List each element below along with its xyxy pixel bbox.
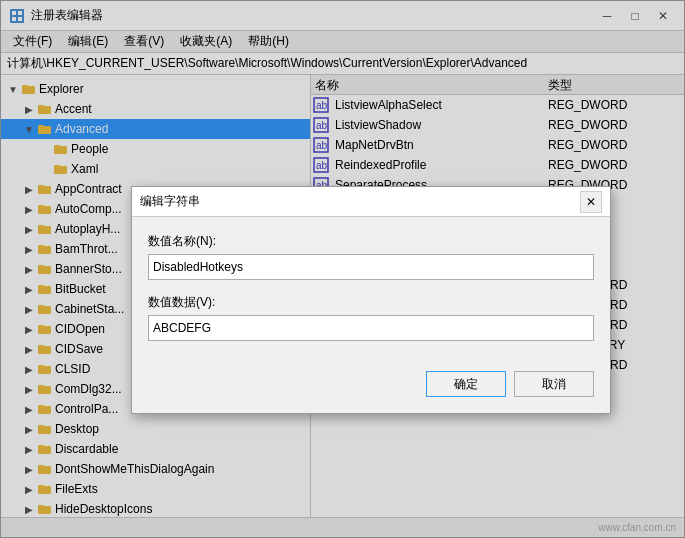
expand-dontshowme[interactable]: ▶ (21, 461, 37, 477)
expand-desktop[interactable]: ▶ (21, 421, 37, 437)
folder-icon-bitbucket (37, 281, 53, 297)
expand-advanced[interactable]: ▼ (21, 121, 37, 137)
tree-item-advanced[interactable]: ▼ Advanced (1, 119, 310, 139)
folder-icon-cabinetsta (37, 301, 53, 317)
folder-icon-autocomp (37, 201, 53, 217)
svg-rect-34 (38, 365, 44, 367)
reg-row-listviewshadow[interactable]: ab ListviewShadow REG_DWORD (311, 115, 684, 135)
folder-icon-controlpa (37, 401, 53, 417)
reg-row-listviewalphaselect[interactable]: ab ListviewAlphaSelect REG_DWORD (311, 95, 684, 115)
expand-hidedesktopicons[interactable]: ▶ (21, 501, 37, 517)
minimize-button[interactable]: ─ (594, 6, 620, 26)
close-button[interactable]: ✕ (650, 6, 676, 26)
reg-name-listviewshadow: ListviewShadow (331, 118, 544, 132)
svg-rect-23 (38, 266, 51, 274)
column-header-type[interactable]: 类型 (544, 75, 684, 94)
dialog-name-input[interactable] (148, 254, 594, 280)
expand-discardable[interactable]: ▶ (21, 441, 37, 457)
svg-rect-8 (38, 105, 44, 107)
svg-rect-43 (38, 466, 51, 474)
menu-favorites[interactable]: 收藏夹(A) (172, 31, 240, 52)
reg-row-mapnetdrvbtn[interactable]: ab MapNetDrvBtn REG_DWORD (311, 135, 684, 155)
tree-item-discardable[interactable]: ▶ Discardable (1, 439, 310, 459)
folder-icon-xaml (53, 161, 69, 177)
svg-rect-30 (38, 325, 44, 327)
tree-item-accent[interactable]: ▶ Accent (1, 99, 310, 119)
tree-item-xaml[interactable]: ▶ Xaml (1, 159, 310, 179)
tree-label-clsid: CLSID (55, 362, 90, 376)
menu-help[interactable]: 帮助(H) (240, 31, 297, 52)
tree-label-xaml: Xaml (71, 162, 98, 176)
dialog-data-input[interactable] (148, 315, 594, 341)
reg-name-reindexedprofile: ReindexedProfile (331, 158, 544, 172)
svg-rect-24 (38, 265, 44, 267)
tree-label-cabinetsta: CabinetSta... (55, 302, 124, 316)
svg-text:ab: ab (316, 120, 328, 131)
expand-autoplayh[interactable]: ▶ (21, 221, 37, 237)
svg-text:ab: ab (316, 100, 328, 111)
tree-item-explorer[interactable]: ▼ Explorer (1, 79, 310, 99)
expand-clsid[interactable]: ▶ (21, 361, 37, 377)
folder-icon-comdlg32 (37, 381, 53, 397)
svg-rect-9 (38, 126, 51, 134)
svg-rect-7 (38, 106, 51, 114)
expand-explorer[interactable]: ▼ (5, 81, 21, 97)
tree-label-cidsave: CIDSave (55, 342, 103, 356)
expand-cidsave[interactable]: ▶ (21, 341, 37, 357)
expand-cidopen[interactable]: ▶ (21, 321, 37, 337)
tree-item-people[interactable]: ▶ People (1, 139, 310, 159)
svg-rect-19 (38, 226, 51, 234)
tree-label-discardable: Discardable (55, 442, 118, 456)
svg-rect-28 (38, 305, 44, 307)
reg-row-reindexedprofile[interactable]: ab ReindexedProfile REG_DWORD (311, 155, 684, 175)
svg-rect-33 (38, 366, 51, 374)
svg-rect-18 (38, 205, 44, 207)
dialog-body: 数值名称(N): 数值数据(V): (132, 217, 610, 363)
maximize-button[interactable]: □ (622, 6, 648, 26)
reg-icon-dword: ab (311, 95, 331, 115)
menu-edit[interactable]: 编辑(E) (60, 31, 116, 52)
expand-accent[interactable]: ▶ (21, 101, 37, 117)
svg-rect-36 (38, 385, 44, 387)
svg-rect-46 (38, 485, 44, 487)
tree-label-fileexts: FileExts (55, 482, 98, 496)
expand-comdlg32[interactable]: ▶ (21, 381, 37, 397)
tree-item-dontshowme[interactable]: ▶ DontShowMeThisDialogAgain (1, 459, 310, 479)
tree-label-hidedesktopicons: HideDesktopIcons (55, 502, 152, 516)
svg-rect-37 (38, 406, 51, 414)
app-icon (9, 8, 25, 24)
edit-string-dialog: 编辑字符串 ✕ 数值名称(N): 数值数据(V): 确定 取消 (131, 186, 611, 414)
folder-icon-clsid (37, 361, 53, 377)
expand-controlpa[interactable]: ▶ (21, 401, 37, 417)
svg-rect-35 (38, 386, 51, 394)
expand-fileexts[interactable]: ▶ (21, 481, 37, 497)
column-header-name[interactable]: 名称 (311, 75, 544, 94)
svg-rect-15 (38, 186, 51, 194)
expand-cabinetsta[interactable]: ▶ (21, 301, 37, 317)
expand-autocomp[interactable]: ▶ (21, 201, 37, 217)
dialog-cancel-button[interactable]: 取消 (514, 371, 594, 397)
svg-rect-13 (54, 166, 67, 174)
menu-bar: 文件(F) 编辑(E) 查看(V) 收藏夹(A) 帮助(H) (1, 31, 684, 53)
svg-rect-21 (38, 246, 51, 254)
reg-name-mapnetdrvbtn: MapNetDrvBtn (331, 138, 544, 152)
tree-label-bitbucket: BitBucket (55, 282, 106, 296)
tree-label-bamthrot: BamThrot... (55, 242, 118, 256)
expand-bamthrot[interactable]: ▶ (21, 241, 37, 257)
reg-icon-dword-4: ab (311, 155, 331, 175)
tree-item-fileexts[interactable]: ▶ FileExts (1, 479, 310, 499)
menu-file[interactable]: 文件(F) (5, 31, 60, 52)
dialog-close-button[interactable]: ✕ (580, 191, 602, 213)
svg-rect-16 (38, 185, 44, 187)
menu-view[interactable]: 查看(V) (116, 31, 172, 52)
tree-item-desktop[interactable]: ▶ Desktop (1, 419, 310, 439)
expand-bannersto[interactable]: ▶ (21, 261, 37, 277)
expand-appcontract[interactable]: ▶ (21, 181, 37, 197)
svg-rect-10 (38, 125, 44, 127)
svg-rect-48 (38, 505, 44, 507)
tree-item-hidedesktopicons[interactable]: ▶ HideDesktopIcons (1, 499, 310, 517)
dialog-ok-button[interactable]: 确定 (426, 371, 506, 397)
folder-icon-explorer (21, 81, 37, 97)
status-bar: www.cfan.com.cn (1, 517, 684, 537)
expand-bitbucket[interactable]: ▶ (21, 281, 37, 297)
